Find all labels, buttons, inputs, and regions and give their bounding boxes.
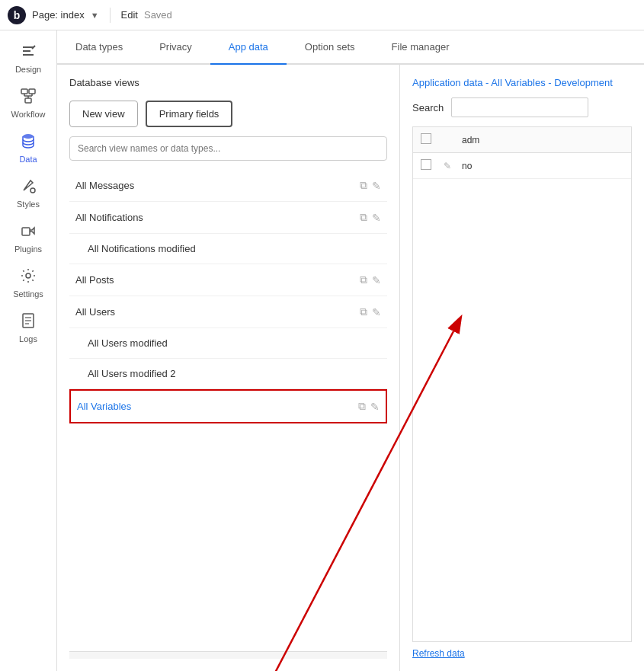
tab-privacy[interactable]: Privacy — [141, 30, 210, 65]
item-label-all-users-modified-2: All Users modified 2 — [88, 368, 176, 379]
edit-icon-all-posts[interactable]: ✎ — [372, 274, 381, 286]
item-actions-all-variables: ⧉ ✎ — [358, 400, 380, 413]
svg-rect-6 — [25, 98, 31, 103]
copy-icon-all-notifications[interactable]: ⧉ — [360, 211, 367, 224]
list-item-all-posts[interactable]: All Posts ⧉ ✎ — [69, 264, 387, 296]
edit-icon-all-variables[interactable]: ✎ — [370, 401, 380, 413]
svg-point-11 — [23, 134, 34, 139]
main-content: Data types Privacy App data Option sets … — [57, 30, 644, 671]
row1-edit-col: ✎ — [436, 155, 454, 177]
design-icon — [20, 43, 37, 62]
item-label-all-notifications-modified: All Notifications modified — [88, 243, 196, 254]
button-row: New view Primary fields — [69, 101, 387, 127]
svg-rect-13 — [22, 228, 30, 235]
sidebar-item-plugins[interactable]: Plugins — [2, 216, 54, 258]
logo: b — [8, 6, 26, 24]
sidebar-design-label: Design — [15, 65, 41, 74]
edit-button[interactable]: Edit — [121, 9, 138, 21]
copy-icon-all-messages[interactable]: ⧉ — [360, 179, 367, 192]
svg-line-3 — [32, 46, 35, 49]
app-data-title: Application data - All Variables - Devel… — [412, 77, 613, 88]
svg-point-14 — [26, 273, 30, 278]
bottom-scrollbar — [69, 651, 387, 659]
list-item-all-notifications[interactable]: All Notifications ⧉ ✎ — [69, 202, 387, 234]
sidebar-item-design[interactable]: Design — [2, 37, 54, 78]
sidebar-item-settings[interactable]: Settings — [2, 261, 54, 303]
header-main-col: adm — [454, 129, 631, 152]
data-search-input[interactable] — [451, 97, 588, 117]
sidebar-logs-label: Logs — [19, 334, 37, 343]
right-panel: Application data - All Variables - Devel… — [400, 65, 644, 671]
sidebar: Design Workflow — [0, 30, 57, 671]
search-row: Search — [412, 97, 632, 117]
item-label-all-variables: All Variables — [77, 401, 131, 412]
item-label-all-users-modified: All Users modified — [88, 337, 168, 349]
saved-status: Saved — [144, 9, 172, 21]
svg-rect-4 — [21, 89, 27, 94]
list-item-all-users-modified-2[interactable]: All Users modified 2 — [69, 359, 387, 389]
row1-checkbox-col — [413, 153, 436, 178]
page-dropdown[interactable]: ▼ — [91, 11, 99, 20]
item-actions-all-posts: ⧉ ✎ — [360, 273, 381, 286]
copy-icon-all-posts[interactable]: ⧉ — [360, 273, 367, 286]
data-table: adm ✎ no — [412, 126, 632, 642]
edit-icon-all-messages[interactable]: ✎ — [372, 180, 381, 192]
list-item-all-messages[interactable]: All Messages ⧉ ✎ — [69, 170, 387, 202]
header-checkbox-col — [413, 127, 436, 152]
svg-rect-5 — [29, 89, 35, 94]
search-view-input[interactable] — [69, 136, 387, 161]
top-bar: b Page: index ▼ Edit Saved — [0, 0, 644, 30]
sidebar-styles-label: Styles — [17, 200, 40, 209]
tabs-bar: Data types Privacy App data Option sets … — [57, 30, 644, 65]
sidebar-data-label: Data — [19, 155, 37, 164]
table-row-1[interactable]: ✎ no — [413, 153, 631, 179]
sidebar-item-styles[interactable]: Styles — [2, 171, 54, 213]
header-adm-label: adm — [462, 135, 479, 145]
tab-option-sets[interactable]: Option sets — [287, 30, 373, 65]
main-layout: Design Workflow — [0, 30, 644, 671]
svg-point-12 — [30, 188, 35, 193]
sidebar-settings-label: Settings — [13, 289, 43, 299]
workflow-icon — [20, 88, 37, 107]
list-item-all-users[interactable]: All Users ⧉ ✎ — [69, 296, 387, 328]
row1-checkbox[interactable] — [421, 159, 431, 170]
styles-icon — [20, 177, 37, 197]
new-view-button[interactable]: New view — [69, 101, 138, 127]
sidebar-plugins-label: Plugins — [14, 244, 42, 254]
row1-value: no — [454, 155, 631, 177]
edit-icon-all-users[interactable]: ✎ — [372, 306, 381, 318]
sidebar-item-logs[interactable]: Logs — [2, 306, 54, 348]
header-checkbox[interactable] — [421, 133, 431, 144]
settings-icon — [20, 267, 37, 286]
edit-icon-all-notifications[interactable]: ✎ — [372, 212, 381, 224]
list-item-all-notifications-modified[interactable]: All Notifications modified — [69, 234, 387, 264]
database-views-list: All Messages ⧉ ✎ All Notifications ⧉ ✎ — [69, 170, 387, 642]
divider — [110, 8, 111, 23]
item-label-all-messages: All Messages — [75, 180, 134, 191]
left-panel: Database views New view Primary fields A… — [57, 65, 400, 671]
sidebar-item-workflow[interactable]: Workflow — [2, 81, 54, 123]
item-actions-all-users: ⧉ ✎ — [360, 305, 381, 318]
tab-file-manager[interactable]: File manager — [373, 30, 468, 65]
sidebar-item-data[interactable]: Data — [2, 126, 54, 168]
panel-title: Database views — [69, 77, 387, 88]
data-icon — [20, 133, 37, 152]
logs-icon — [20, 312, 37, 331]
item-actions-all-notifications: ⧉ ✎ — [360, 211, 381, 224]
primary-fields-button[interactable]: Primary fields — [146, 101, 233, 127]
item-actions-all-messages: ⧉ ✎ — [360, 179, 381, 192]
header-edit-col — [436, 134, 454, 146]
refresh-data-button[interactable]: Refresh data — [412, 648, 632, 659]
copy-icon-all-users[interactable]: ⧉ — [360, 305, 367, 318]
tab-data-types[interactable]: Data types — [57, 30, 141, 65]
tab-app-data[interactable]: App data — [210, 30, 287, 65]
content-area-wrapper: Database views New view Primary fields A… — [57, 65, 644, 671]
copy-icon-all-variables[interactable]: ⧉ — [358, 400, 366, 413]
row1-edit-icon[interactable]: ✎ — [444, 161, 451, 171]
sidebar-workflow-label: Workflow — [11, 110, 45, 119]
list-item-all-variables[interactable]: All Variables ⧉ ✎ — [69, 389, 387, 423]
plugins-icon — [20, 222, 37, 241]
search-label: Search — [412, 102, 444, 113]
table-header: adm — [413, 127, 631, 153]
list-item-all-users-modified[interactable]: All Users modified — [69, 328, 387, 359]
